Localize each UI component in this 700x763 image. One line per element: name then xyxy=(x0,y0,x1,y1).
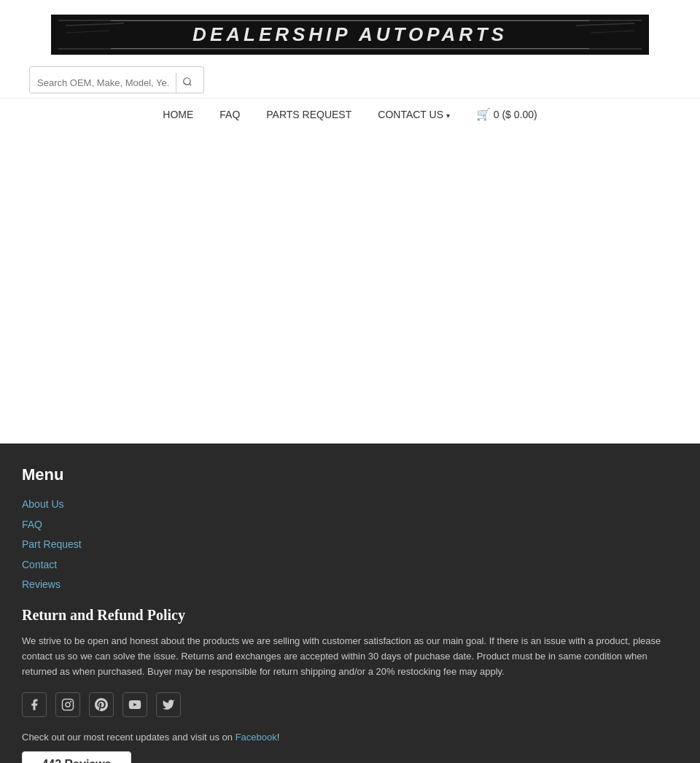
twitter-icon[interactable] xyxy=(156,692,181,717)
footer-link-part-request[interactable]: Part Request xyxy=(22,538,678,552)
svg-text:DEALERSHIP AUTOPARTS: DEALERSHIP AUTOPARTS xyxy=(192,23,508,45)
nav-contact-us[interactable]: CONTACT US ▾ xyxy=(365,100,463,129)
footer-menu-title: Menu xyxy=(22,465,678,484)
return-policy-text: We strive to be open and honest about th… xyxy=(22,634,678,679)
return-policy-title: Return and Refund Policy xyxy=(22,607,678,624)
footer-links: About Us FAQ Part Request Contact Review… xyxy=(22,497,678,592)
nav-home[interactable]: HOME xyxy=(149,100,206,129)
site-logo: DEALERSHIP AUTOPARTS xyxy=(51,15,649,55)
search-bar xyxy=(29,66,204,93)
nav-parts-request[interactable]: PARTS REQUEST xyxy=(253,100,365,129)
logo-area: DEALERSHIP AUTOPARTS xyxy=(15,7,685,62)
shopper-approved-badge[interactable]: 442 Reviews ★ ★ ★ ★ ★ ShopperApproved xyxy=(22,751,131,763)
footer-link-contact[interactable]: Contact xyxy=(22,558,678,573)
facebook-icon[interactable] xyxy=(22,692,47,717)
svg-line-9 xyxy=(190,84,192,86)
nav-cart[interactable]: 🛒 0 ($ 0.00) xyxy=(463,98,551,130)
footer-link-reviews[interactable]: Reviews xyxy=(22,578,678,592)
instagram-icon[interactable] xyxy=(55,692,80,717)
social-icons xyxy=(22,692,678,717)
footer-link-faq[interactable]: FAQ xyxy=(22,518,678,532)
search-container xyxy=(15,62,685,98)
navbar: HOME FAQ PARTS REQUEST CONTACT US ▾ 🛒 0 … xyxy=(0,98,700,130)
contact-us-caret: ▾ xyxy=(446,112,450,120)
facebook-link[interactable]: Facebook xyxy=(236,732,277,743)
footer-bottom-cta: Check out our most recent updates and vi… xyxy=(22,732,678,743)
svg-point-12 xyxy=(71,702,71,702)
svg-point-8 xyxy=(184,78,190,85)
search-input[interactable] xyxy=(30,73,176,93)
header: DEALERSHIP AUTOPARTS xyxy=(0,0,700,98)
footer-link-about-us[interactable]: About Us xyxy=(22,497,678,512)
nav-faq[interactable]: FAQ xyxy=(206,100,253,129)
footer: Menu About Us FAQ Part Request Contact R… xyxy=(0,444,700,763)
svg-point-11 xyxy=(66,702,70,707)
main-content xyxy=(0,130,700,444)
pinterest-icon[interactable] xyxy=(89,692,114,717)
svg-rect-10 xyxy=(63,700,74,710)
review-count: 442 Reviews xyxy=(42,758,111,763)
cart-icon: 🛒 xyxy=(476,108,491,120)
youtube-icon[interactable] xyxy=(122,692,147,717)
search-button[interactable] xyxy=(176,73,198,93)
